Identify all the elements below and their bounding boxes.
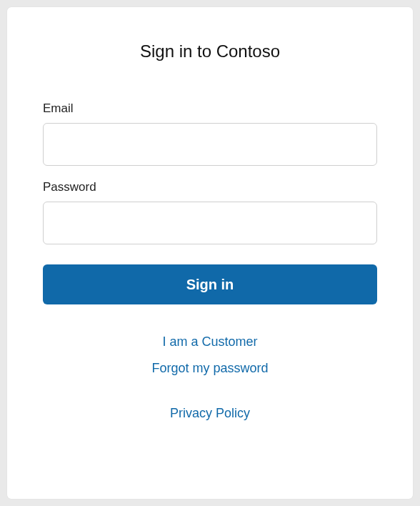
password-label: Password — [43, 180, 377, 194]
email-field[interactable] — [43, 123, 377, 166]
signin-button[interactable]: Sign in — [43, 264, 377, 304]
email-group: Email — [43, 101, 377, 166]
links-section: I am a Customer Forgot my password Priva… — [43, 334, 377, 421]
password-group: Password — [43, 180, 377, 244]
customer-link[interactable]: I am a Customer — [43, 334, 377, 349]
privacy-policy-link[interactable]: Privacy Policy — [43, 406, 377, 421]
password-field[interactable] — [43, 202, 377, 244]
email-label: Email — [43, 101, 377, 116]
page-title: Sign in to Contoso — [43, 41, 377, 61]
signin-card: Sign in to Contoso Email Password Sign i… — [7, 7, 413, 499]
forgot-password-link[interactable]: Forgot my password — [43, 361, 377, 376]
